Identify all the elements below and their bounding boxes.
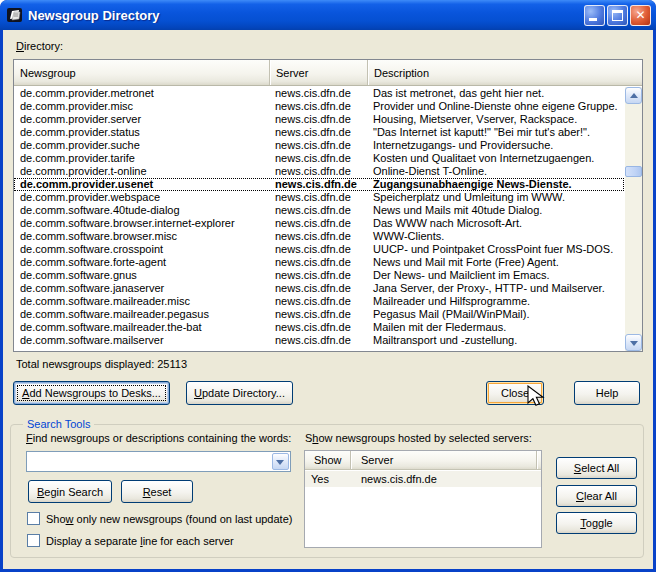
search-tools-title: Search Tools	[23, 418, 94, 430]
table-row[interactable]: de.comm.software.crosspointnews.cis.dfn.…	[14, 243, 624, 256]
cell: news.cis.dfn.de	[270, 243, 368, 256]
table-row[interactable]: de.comm.software.janaservernews.cis.dfn.…	[14, 282, 624, 295]
table-row[interactable]: de.comm.software.mailreader.pegasusnews.…	[14, 308, 624, 321]
cell: News und Mails mit 40tude Dialog.	[368, 204, 624, 217]
cell: UUCP- und Pointpaket CrossPoint fuer MS-…	[368, 243, 624, 256]
search-words-input[interactable]	[28, 453, 272, 470]
cell: news.cis.dfn.de	[270, 87, 368, 100]
cell: de.comm.software.gnus	[14, 269, 270, 282]
table-row[interactable]: de.comm.software.mailreader.miscnews.cis…	[14, 295, 624, 308]
close-button[interactable]: Close	[486, 381, 544, 405]
server-row[interactable]: Yesnews.cis.dfn.de	[305, 471, 541, 487]
servers-listview: Show Server Yesnews.cis.dfn.de	[304, 450, 542, 548]
cell: news.cis.dfn.de	[270, 217, 368, 230]
cell: news.cis.dfn.de	[270, 113, 368, 126]
combo-dropdown-button[interactable]	[272, 453, 289, 470]
cell: Yes	[305, 471, 351, 487]
close-icon: ✕	[631, 6, 650, 25]
update-directory-button[interactable]: Update Directory...	[186, 381, 293, 405]
search-words-combobox	[26, 451, 291, 472]
cell: de.comm.provider.tarife	[14, 152, 270, 165]
table-row[interactable]: de.comm.software.forte-agentnews.cis.dfn…	[14, 256, 624, 269]
cell: de.comm.software.mailreader.misc	[14, 295, 270, 308]
cell: Housing, Mietserver, Vserver, Rackspace.	[368, 113, 624, 126]
column-header-newsgroup[interactable]: Newsgroup	[14, 60, 270, 85]
cell: de.comm.software.40tude-dialog	[14, 204, 270, 217]
table-row[interactable]: de.comm.provider.webspacenews.cis.dfn.de…	[14, 191, 624, 204]
scroll-up-button[interactable]	[625, 87, 642, 104]
maximize-button[interactable]	[607, 5, 628, 26]
select-all-label: Select All	[574, 462, 619, 474]
toggle-button[interactable]: Toggle	[556, 512, 637, 534]
cell: news.cis.dfn.de	[270, 230, 368, 243]
column-header-server[interactable]: Server	[270, 60, 368, 85]
table-row[interactable]: de.comm.provider.usenetnews.cis.dfn.deZu…	[14, 178, 624, 191]
cell: Kosten und Qualitaet von Internetzugaeng…	[368, 152, 624, 165]
begin-search-button[interactable]: Begin Search	[28, 480, 112, 503]
cell: de.comm.provider.webspace	[14, 191, 270, 204]
newsgroup-app-icon	[6, 6, 24, 24]
table-row[interactable]: de.comm.provider.statusnews.cis.dfn.de"D…	[14, 126, 624, 139]
scroll-down-button[interactable]	[625, 334, 642, 351]
window-title: Newsgroup Directory	[28, 8, 584, 23]
table-row[interactable]: de.comm.software.mailservernews.cis.dfn.…	[14, 334, 624, 347]
column-header-show[interactable]: Show	[305, 451, 351, 469]
cell: de.comm.provider.misc	[14, 100, 270, 113]
table-row[interactable]: de.comm.software.40tude-dialognews.cis.d…	[14, 204, 624, 217]
cell: news.cis.dfn.de	[270, 178, 368, 191]
cell: de.comm.software.mailreader.the-bat	[14, 321, 270, 334]
add-newsgroups-button[interactable]: Add Newsgroups to Desks...	[13, 381, 170, 405]
scroll-up-icon	[630, 93, 638, 98]
column-header-server2[interactable]: Server	[351, 451, 537, 469]
show-only-new-checkbox-row: Show only new newsgroups (found on last …	[27, 512, 292, 525]
listview-header: Newsgroup Server Description	[14, 60, 642, 86]
scrollbar-thumb[interactable]	[625, 166, 642, 177]
table-row[interactable]: de.comm.software.browser.miscnews.cis.df…	[14, 230, 624, 243]
cell: news.cis.dfn.de	[270, 256, 368, 269]
cell: de.comm.software.mailreader.pegasus	[14, 308, 270, 321]
cell: de.comm.provider.usenet	[14, 178, 270, 191]
toggle-label: Toggle	[580, 517, 612, 529]
table-row[interactable]: de.comm.software.browser.internet-explor…	[14, 217, 624, 230]
cell: news.cis.dfn.de	[270, 100, 368, 113]
show-only-new-label: Show only new newsgroups (found on last …	[46, 513, 292, 525]
chevron-down-icon	[276, 460, 284, 465]
cell: news.cis.dfn.de	[270, 282, 368, 295]
directory-label: Directory:	[16, 40, 63, 52]
close-window-button[interactable]: ✕	[630, 5, 651, 26]
table-row[interactable]: de.comm.provider.tarifenews.cis.dfn.deKo…	[14, 152, 624, 165]
cell: news.cis.dfn.de	[270, 308, 368, 321]
separate-line-checkbox[interactable]	[27, 534, 40, 547]
cell: news.cis.dfn.de	[270, 165, 368, 178]
cell: Mailtransport und -zustellung.	[368, 334, 624, 347]
cell: de.comm.provider.suche	[14, 139, 270, 152]
cell: "Das Internet ist kaputt!" "Bei mir tut'…	[368, 126, 624, 139]
help-button[interactable]: Help	[574, 381, 640, 405]
table-row[interactable]: de.comm.provider.servernews.cis.dfn.deHo…	[14, 113, 624, 126]
clear-all-button[interactable]: Clear All	[556, 485, 637, 507]
newsgroup-listview: Newsgroup Server Description de.comm.pro…	[13, 59, 643, 352]
begin-search-label: Begin Search	[37, 486, 103, 498]
cell: Mailreader und Hilfsprogramme.	[368, 295, 624, 308]
cell: de.comm.software.mailserver	[14, 334, 270, 347]
table-row[interactable]: de.comm.provider.miscnews.cis.dfn.deProv…	[14, 100, 624, 113]
select-all-button[interactable]: Select All	[556, 457, 637, 479]
newsgroup-list: de.comm.provider.metronetnews.cis.dfn.de…	[14, 87, 624, 351]
table-row[interactable]: de.comm.provider.metronetnews.cis.dfn.de…	[14, 87, 624, 100]
cell: WWW-Clients.	[368, 230, 624, 243]
vertical-scrollbar[interactable]	[625, 87, 642, 351]
separate-line-label: Display a separate line for each server	[46, 535, 234, 547]
reset-button[interactable]: Reset	[121, 480, 193, 503]
hosted-servers-label: Show newsgroups hosted by selected serve…	[305, 432, 532, 444]
cell: Zugangsunabhaengige News-Dienste.	[368, 178, 624, 191]
show-only-new-checkbox[interactable]	[27, 512, 40, 525]
table-row[interactable]: de.comm.provider.t-onlinenews.cis.dfn.de…	[14, 165, 624, 178]
column-header-description[interactable]: Description	[368, 60, 642, 85]
table-row[interactable]: de.comm.provider.suchenews.cis.dfn.deInt…	[14, 139, 624, 152]
cell: de.comm.software.browser.misc	[14, 230, 270, 243]
table-row[interactable]: de.comm.software.gnusnews.cis.dfn.deDer …	[14, 269, 624, 282]
title-bar[interactable]: Newsgroup Directory ✕	[0, 0, 656, 30]
cell: Das WWW nach Microsoft-Art.	[368, 217, 624, 230]
minimize-button[interactable]	[584, 5, 605, 26]
table-row[interactable]: de.comm.software.mailreader.the-batnews.…	[14, 321, 624, 334]
